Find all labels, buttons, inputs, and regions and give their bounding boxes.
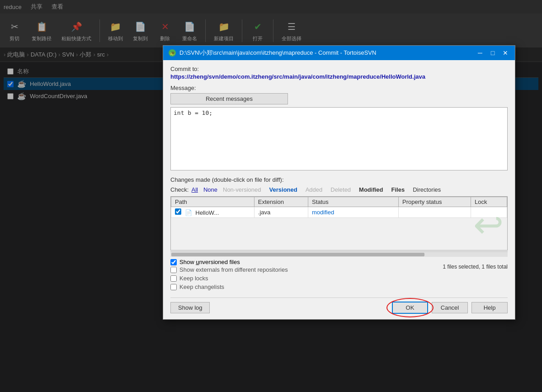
status-cell: modified [308, 207, 399, 218]
path-column-header: Path [171, 197, 255, 207]
show-log-button[interactable]: Show log [170, 302, 210, 313]
filter-deleted: Deleted [328, 186, 353, 194]
show-externals-checkbox[interactable] [170, 267, 177, 273]
cancel-button[interactable]: Cancel [432, 302, 468, 313]
dialog-body: Commit to: https://zheng/svn/demo/com.it… [163, 60, 515, 319]
property-status-column-header: Property status [399, 197, 471, 207]
show-externals-label: Show externals from different repositori… [179, 266, 288, 273]
check-all-link[interactable]: All [191, 186, 198, 193]
lock-column-header: Lock [471, 197, 507, 207]
ok-btn-wrapper: OK [392, 302, 428, 314]
options-row: Keep locks Keep changelists [170, 275, 508, 292]
show-unversioned-label: Show unversioned files [179, 259, 240, 265]
status-column-header: Status [308, 197, 399, 207]
show-unversioned-row: Show unversioned files Show externals fr… [170, 259, 288, 273]
extension-column-header: Extension [254, 197, 308, 207]
titlebar-left: 🐢 D:\SVN\小郑\src\main\java\com\itzheng\ma… [169, 49, 376, 57]
dialog-titlebar: 🐢 D:\SVN\小郑\src\main\java\com\itzheng\ma… [163, 46, 515, 60]
dialog-title: D:\SVN\小郑\src\main\java\com\itzheng\mapr… [179, 49, 376, 57]
tortoise-svn-icon: 🐢 [169, 49, 176, 57]
keep-changelists-checkbox[interactable] [170, 284, 177, 290]
files-summary: 1 files selected, 1 files total [443, 264, 508, 270]
keep-locks-option: Keep locks [170, 275, 508, 282]
commit-to-label: Commit to: [170, 66, 508, 72]
button-row: Show log OK Cancel Help [170, 298, 508, 314]
check-none-link[interactable]: None [203, 186, 217, 193]
recent-messages-button[interactable]: Recent messages [170, 93, 288, 104]
keep-locks-label: Keep locks [179, 275, 208, 282]
filter-nonversioned: Non-versioned [220, 186, 264, 194]
path-cell: 📄 HelloW... [171, 207, 255, 218]
check-label: Check: [170, 186, 189, 193]
changes-table: Path Extension Status Property status Lo… [171, 197, 507, 218]
check-row: Check: All None Non-versioned Versioned … [170, 186, 508, 194]
filter-files: Files [389, 186, 408, 194]
message-textarea[interactable]: int b = 10; [170, 107, 508, 170]
maximize-button[interactable]: □ [487, 47, 499, 59]
filter-modified: Modified [356, 186, 386, 194]
extension-cell: .java [254, 207, 308, 218]
keep-locks-checkbox[interactable] [170, 275, 177, 282]
file-doc-icon: 📄 [185, 209, 192, 216]
horizontal-scrollbar[interactable] [170, 251, 508, 257]
filter-directories: Directories [410, 186, 443, 194]
keep-changelists-label: Keep changelists [179, 283, 224, 290]
table-row[interactable]: 📄 HelloW... .java modified [171, 207, 507, 218]
options-col: Keep locks Keep changelists [170, 275, 508, 292]
titlebar-controls: ─ □ ✕ [474, 47, 511, 59]
property-status-cell [399, 207, 471, 218]
path-value: HelloW... [195, 209, 219, 216]
changes-label: Changes made (double-click on file for d… [170, 176, 508, 183]
file-row-checkbox[interactable] [175, 208, 181, 215]
close-button[interactable]: ✕ [500, 47, 511, 59]
filter-added: Added [303, 186, 325, 194]
show-unversioned-checkbox[interactable] [170, 259, 177, 265]
filter-versioned: Versioned [267, 186, 300, 194]
minimize-button[interactable]: ─ [474, 47, 486, 59]
keep-changelists-option: Keep changelists [170, 283, 508, 290]
help-button[interactable]: Help [471, 302, 508, 313]
scrollbar-thumb [171, 253, 424, 256]
ok-button[interactable]: OK [392, 302, 428, 314]
lock-cell [471, 207, 507, 218]
changes-table-container: Path Extension Status Property status Lo… [170, 196, 508, 250]
commit-to-url: https://zheng/svn/demo/com.itzheng/src/m… [170, 73, 508, 80]
message-label: Message: [170, 85, 508, 91]
left-btn-area: Show log [170, 302, 388, 313]
commit-dialog: 🐢 D:\SVN\小郑\src\main\java\com\itzheng\ma… [163, 45, 515, 320]
